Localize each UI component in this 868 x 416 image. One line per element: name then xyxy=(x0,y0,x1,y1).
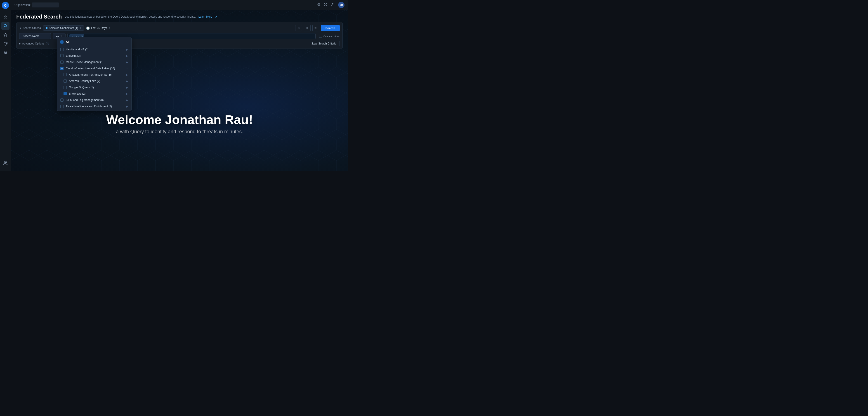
connector-dropdown: All Identity and HR (2) ▶ Endpoint (3) ▶… xyxy=(57,37,131,111)
dropdown-item-identity-hr[interactable]: Identity and HR (2) ▶ xyxy=(57,46,131,53)
external-link-icon: ↗ xyxy=(215,15,217,18)
case-sensitive-option: Case-sensitive xyxy=(319,35,340,38)
time-chevron-icon: ▼ xyxy=(108,27,110,29)
mobile-expand-icon[interactable]: ▶ xyxy=(126,61,128,64)
endpoint-label: Endpoint (3) xyxy=(66,54,81,57)
snowflake-label: Snowflake (2) xyxy=(69,92,86,95)
main-content: Federated Search Use this federated sear… xyxy=(11,10,348,171)
search-row1: ▼ Search Criteria Selected Connectors (1… xyxy=(19,25,340,31)
case-sensitive-checkbox[interactable] xyxy=(319,35,322,38)
all-checkbox[interactable] xyxy=(60,40,64,44)
page-header: Federated Search Use this federated sear… xyxy=(11,10,348,20)
identity-hr-checkbox[interactable] xyxy=(60,48,64,51)
svg-point-19 xyxy=(306,27,308,29)
endpoint-expand-icon[interactable]: ▶ xyxy=(126,55,128,57)
snowflake-expand-icon[interactable]: ▶ xyxy=(126,93,128,95)
connector-selector[interactable]: Selected Connectors (1) ▼ xyxy=(43,25,84,31)
dropdown-item-google-bigquery[interactable]: Google BigQuery (1) ▶ xyxy=(57,84,131,91)
export-icon[interactable] xyxy=(331,3,335,7)
threat-intel-expand-icon[interactable]: ▶ xyxy=(126,105,128,108)
connector-chevron-icon: ▼ xyxy=(79,27,81,29)
dropdown-item-all[interactable]: All xyxy=(57,39,131,45)
sidebar-item-users[interactable] xyxy=(1,159,9,167)
app-logo[interactable]: Q xyxy=(2,2,9,9)
sidebar-item-search[interactable] xyxy=(1,22,9,30)
threat-intel-checkbox[interactable] xyxy=(60,105,64,108)
all-label: All xyxy=(66,40,70,44)
search-button[interactable]: Search xyxy=(321,25,340,31)
cloud-infra-checkbox[interactable] xyxy=(60,67,64,70)
clear-button[interactable]: ✕ xyxy=(295,25,302,31)
svg-line-5 xyxy=(6,27,7,27)
svg-point-10 xyxy=(5,53,6,54)
learn-more-link[interactable]: Learn More xyxy=(198,15,212,18)
google-bigquery-label: Google BigQuery (1) xyxy=(69,86,94,89)
sidebar-item-automations[interactable] xyxy=(1,40,9,48)
grid-icon[interactable] xyxy=(316,3,320,7)
criteria-toggle[interactable]: ▼ Search Criteria xyxy=(19,27,41,30)
identity-hr-expand-icon[interactable]: ▶ xyxy=(126,48,128,51)
dropdown-item-snowflake[interactable]: Snowflake (2) ▶ xyxy=(57,91,131,97)
process-name-field[interactable]: Process Name xyxy=(19,33,51,39)
sidebar: Q xyxy=(0,0,11,171)
svg-point-8 xyxy=(5,52,6,53)
org-label: Organization: xyxy=(14,3,31,6)
amazon-security-lake-checkbox[interactable] xyxy=(64,79,67,83)
snowflake-checkbox[interactable] xyxy=(64,92,67,95)
cloud-infra-expand-icon[interactable]: ▲ xyxy=(126,67,128,70)
amazon-security-lake-expand-icon[interactable]: ▶ xyxy=(126,80,128,82)
mobile-checkbox[interactable] xyxy=(60,61,64,64)
google-bigquery-checkbox[interactable] xyxy=(64,86,67,89)
chevron-down-icon: ▼ xyxy=(19,27,22,29)
svg-point-7 xyxy=(4,52,5,53)
threat-intel-label: Threat Intelligence and Enrichment (3) xyxy=(66,105,112,108)
connector-dot-icon xyxy=(46,27,48,29)
advanced-options-toggle[interactable]: ▶ Advanced Options i xyxy=(19,42,49,45)
dropdown-item-cloud-infra[interactable]: Cloud Infrastructure and Data Lakes (16)… xyxy=(57,65,131,72)
search-actions: ✕ ✏ Search xyxy=(295,25,340,31)
save-search-button[interactable]: Save Search Criteria xyxy=(308,41,340,46)
svg-rect-14 xyxy=(317,5,318,6)
svg-marker-6 xyxy=(4,33,7,36)
svg-point-11 xyxy=(4,162,5,163)
endpoint-checkbox[interactable] xyxy=(60,54,64,57)
amazon-security-lake-label: Amazon Security Lake (7) xyxy=(69,79,100,83)
amazon-athena-expand-icon[interactable]: ▶ xyxy=(126,74,128,76)
edit-button[interactable]: ✏ xyxy=(312,25,319,31)
svg-line-20 xyxy=(308,29,308,29)
dropdown-item-mobile[interactable]: Mobile Device Management (1) ▶ xyxy=(57,59,131,65)
connector-label: Selected Connectors (1) xyxy=(49,27,78,30)
siem-log-checkbox[interactable] xyxy=(60,99,64,102)
zoom-button[interactable] xyxy=(304,25,311,31)
google-bigquery-expand-icon[interactable]: ▶ xyxy=(126,86,128,89)
sidebar-item-dashboard[interactable] xyxy=(1,13,9,21)
page-title: Federated Search xyxy=(16,13,62,20)
avatar[interactable]: JR xyxy=(338,2,344,8)
sidebar-item-detections[interactable] xyxy=(1,31,9,39)
siem-log-label: SIEM and Log Management (8) xyxy=(66,99,103,102)
svg-point-9 xyxy=(4,53,5,54)
clock-icon: 🕐 xyxy=(86,27,90,30)
time-label: Last 30 Days xyxy=(91,27,107,30)
dropdown-item-amazon-security-lake[interactable]: Amazon Security Lake (7) ▶ xyxy=(57,78,131,84)
svg-rect-2 xyxy=(4,17,5,18)
advanced-label-text: Advanced Options xyxy=(22,42,44,45)
dropdown-item-threat-intel[interactable]: Threat Intelligence and Enrichment (3) ▶ xyxy=(57,103,131,109)
page-subtitle: Use this federated search based on the Q… xyxy=(64,15,195,18)
help-icon[interactable] xyxy=(324,3,327,7)
svg-point-4 xyxy=(4,24,6,27)
topbar: Organization: JR xyxy=(11,0,348,10)
org-input[interactable] xyxy=(32,2,59,7)
chevron-right-icon: ▶ xyxy=(19,42,21,45)
sidebar-item-apps[interactable] xyxy=(1,49,9,57)
mobile-label: Mobile Device Management (1) xyxy=(66,61,103,64)
siem-log-expand-icon[interactable]: ▶ xyxy=(126,99,128,101)
time-selector[interactable]: 🕐 Last 30 Days ▼ xyxy=(86,27,110,30)
dropdown-item-amazon-athena[interactable]: Amazon Athena (for Amazon S3) (6) ▶ xyxy=(57,72,131,78)
svg-rect-1 xyxy=(6,15,7,16)
dropdown-item-endpoint[interactable]: Endpoint (3) ▶ xyxy=(57,53,131,59)
amazon-athena-checkbox[interactable] xyxy=(64,73,67,76)
info-icon[interactable]: i xyxy=(46,42,49,45)
svg-rect-13 xyxy=(318,3,320,4)
dropdown-item-siem-log[interactable]: SIEM and Log Management (8) ▶ xyxy=(57,97,131,103)
